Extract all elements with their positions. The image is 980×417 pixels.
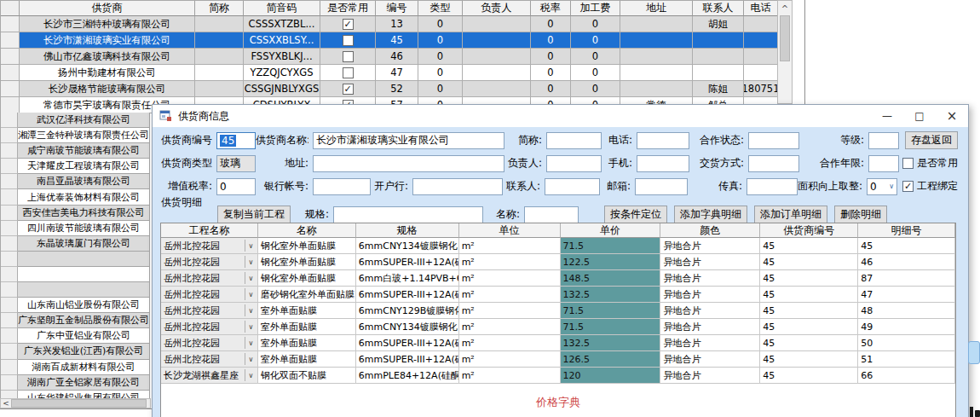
column-header[interactable]: 电话	[744, 1, 778, 16]
list-item[interactable]: 山东华建铝业集团有限公司	[1, 391, 151, 398]
grid-row[interactable]: 岳州北控花园∨钢化室外单面贴膜6mmCNY134镀膜钢化m²71.5异地合片45…	[161, 238, 955, 254]
column-header[interactable]: 地址	[620, 1, 693, 16]
list-item[interactable]	[1, 282, 151, 298]
grid-row[interactable]: 岳州北控花园∨室外单面贴膜6mmCNY129B镀膜钢化m²71.5异地合片454…	[161, 303, 955, 319]
column-header[interactable]: 加工费	[571, 1, 620, 16]
grid-column-header[interactable]: 工程名称	[161, 223, 258, 238]
list-item[interactable]	[1, 252, 151, 267]
project-bind-checkbox[interactable]: ✓	[902, 181, 914, 192]
table-row[interactable]: 扬州中勤建材有限公司YZZQJCYXGS47000	[1, 65, 778, 81]
project-combo-cell[interactable]: 岳州北控花园∨	[161, 319, 258, 335]
spec-filter-input[interactable]	[333, 206, 483, 223]
add-dictionary-detail-button[interactable]: 添加字典明细	[674, 206, 747, 223]
list-item[interactable]: 湘潭三金特种玻璃有限责任公司	[1, 128, 151, 143]
scrollbar-thumb[interactable]	[11, 399, 147, 408]
common-checkbox[interactable]	[902, 158, 914, 169]
mobile-input[interactable]	[637, 155, 689, 172]
project-combo-cell[interactable]: 岳州北控花园∨	[161, 270, 258, 287]
delivery-method-input[interactable]	[748, 155, 799, 172]
project-combo-cell[interactable]: 长沙龙湖祺鑫星座∨	[161, 368, 258, 384]
grid-column-header[interactable]: 颜色	[660, 223, 760, 238]
list-item[interactable]: 湖南广亚全铝家居有限公司	[1, 375, 151, 391]
chevron-down-icon[interactable]: ∨	[245, 369, 257, 381]
table-row[interactable]: 佛山市亿鑫玻璃科技有限公司FSSYXBLKJ...46000	[1, 49, 778, 65]
chevron-down-icon[interactable]: ∨	[245, 240, 257, 252]
table-row[interactable]: 长沙晟格节能玻璃有限公司CSSGJNBLYXGS✓52000陈姐180751	[1, 81, 778, 97]
name-filter-input[interactable]	[524, 206, 579, 223]
grid-column-header[interactable]: 供货商编号	[760, 223, 858, 238]
coop-years-input[interactable]	[868, 155, 899, 172]
chevron-down-icon[interactable]: ∨	[245, 304, 257, 316]
grid-column-header[interactable]: 规格	[356, 223, 459, 238]
manager-input[interactable]	[546, 155, 602, 172]
bank-account-input[interactable]	[313, 178, 371, 195]
close-button[interactable]: ×	[936, 105, 968, 127]
grid-column-header[interactable]: 明细号	[858, 223, 955, 238]
email-input[interactable]	[635, 178, 688, 195]
scrollbar-thumb[interactable]	[780, 15, 790, 61]
chevron-down-icon[interactable]: ∨	[889, 182, 894, 190]
chevron-down-icon[interactable]: ∨	[245, 256, 257, 268]
list-item[interactable]: 武汉亿泽科技有限公司	[1, 113, 151, 128]
column-header[interactable]: 负责人	[463, 1, 531, 16]
column-header[interactable]: 供货商	[20, 1, 195, 16]
common-flag-checkbox[interactable]: ✓	[343, 19, 354, 30]
list-item[interactable]: 上海优泰装饰材料有限公司	[1, 189, 151, 205]
minimize-button[interactable]: —	[871, 105, 903, 127]
list-item[interactable]	[1, 267, 151, 282]
list-item[interactable]: 南昌亚晶玻璃有限公司	[1, 174, 151, 189]
common-flag-checkbox[interactable]: ✓	[343, 84, 354, 95]
project-combo-cell[interactable]: 岳州北控花园∨	[161, 335, 258, 351]
chevron-down-icon[interactable]: ∨	[245, 288, 257, 300]
column-header[interactable]: 税率	[531, 1, 571, 16]
chevron-down-icon[interactable]: ∨	[245, 272, 257, 284]
list-item[interactable]: 广东兴发铝业(江西)有限公司	[1, 344, 151, 359]
grid-row[interactable]: 岳州北控花园∨室外单面贴膜6mmCNY134镀膜钢化m²71.5异地合片4549	[161, 319, 955, 335]
chevron-down-icon[interactable]: ∨	[245, 353, 257, 365]
supplier-type-input[interactable]: 玻璃	[216, 155, 256, 172]
common-flag-checkbox[interactable]	[343, 51, 354, 62]
grid-row[interactable]: 岳州北控花园∨钢化室外单面贴膜6mm白玻+1.14PVB+6mm...m²148…	[161, 270, 955, 287]
copy-current-project-button[interactable]: 复制当前工程	[217, 206, 291, 223]
list-item[interactable]: 广东坚朗五金制品股份有限公司	[1, 313, 151, 328]
table-row[interactable]: 长沙市潇湘玻璃实业有限公司CSSXXBLSY...45000	[1, 32, 778, 49]
locate-by-condition-button[interactable]: 按条件定位	[604, 206, 667, 223]
list-item[interactable]: 山东南山铝业股份有限公司	[1, 298, 151, 313]
grid-row[interactable]: 岳州北控花园∨磨砂钢化室外单面贴膜6mmSUPER-III+12A(硅...m²…	[161, 287, 955, 303]
list-item[interactable]: 广东中亚铝业有限公司	[1, 328, 151, 344]
abbr-input[interactable]	[546, 132, 602, 149]
supplier-name-input[interactable]: 长沙市潇湘玻璃实业有限公司	[313, 132, 504, 149]
list-horizontal-scrollbar[interactable]: <	[0, 398, 151, 408]
project-combo-cell[interactable]: 岳州北控花园∨	[161, 254, 258, 270]
grid-row[interactable]: 岳州北控花园∨室外单面贴膜6mmSUPER-III+12A(硅...m²126.…	[161, 351, 955, 368]
grid-column-header[interactable]: 名称	[258, 223, 356, 238]
column-header[interactable]: 类型	[418, 1, 463, 16]
list-item[interactable]: 四川南玻节能玻璃有限公司	[1, 221, 151, 236]
phone-input[interactable]	[637, 132, 689, 149]
grid-row[interactable]: 岳州北控花园∨钢化室外单面贴膜6mmSUPER-III+12A(硅...m²12…	[161, 254, 955, 270]
column-header[interactable]: 简称	[195, 1, 244, 16]
project-combo-cell[interactable]: 岳州北控花园∨	[161, 238, 258, 254]
address-input[interactable]	[313, 155, 504, 172]
scroll-up-icon[interactable]: ^	[778, 1, 792, 14]
area-round-up-combo[interactable]: 0∨	[867, 178, 897, 195]
list-item[interactable]: 湖南百成新材料有限公司	[1, 360, 151, 375]
dialog-titlebar[interactable]: 供货商信息 — □ ×	[153, 105, 968, 127]
column-header[interactable]: 简音码	[244, 1, 320, 16]
fax-input[interactable]	[747, 178, 798, 195]
maximize-button[interactable]: □	[903, 105, 936, 127]
list-item[interactable]: 西安佳吉美电力科技有限公司	[1, 206, 151, 221]
chevron-down-icon[interactable]: ∨	[245, 321, 257, 333]
contact-input[interactable]	[545, 178, 600, 195]
list-item[interactable]: 东晶玻璃厦门有限公司	[1, 236, 151, 252]
table-row[interactable]: 长沙市三湘特种玻璃有限公司CSSSXTZBL...✓13000胡姐	[1, 16, 778, 32]
project-combo-cell[interactable]: 岳州北控花园∨	[161, 287, 258, 303]
save-return-button[interactable]: 存盘返回	[905, 131, 958, 149]
column-header[interactable]: 是否常用	[320, 1, 376, 16]
vat-rate-input[interactable]: 0	[216, 178, 256, 195]
column-header[interactable]: 编号	[376, 1, 418, 16]
list-item[interactable]: 天津耀皮工程玻璃有限公司	[1, 159, 151, 174]
project-combo-cell[interactable]: 岳州北控花园∨	[161, 351, 258, 368]
grid-row[interactable]: 长沙龙湖祺鑫星座∨钢化双面不贴膜6mmPLE84+12A(硅酮胶...m²120…	[161, 368, 955, 384]
delete-detail-button[interactable]: 删除明细	[834, 206, 887, 223]
